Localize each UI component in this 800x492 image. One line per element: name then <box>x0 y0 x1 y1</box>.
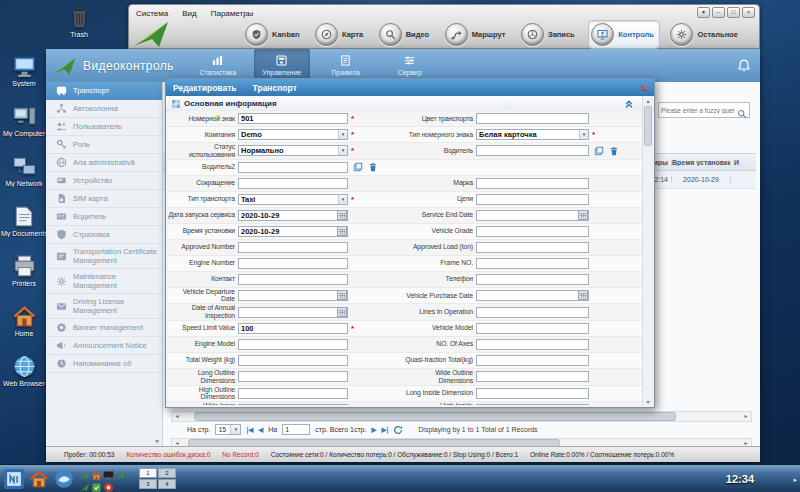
nav-route[interactable]: Маршрут <box>443 21 511 48</box>
sidebar-item-device[interactable]: Устройство <box>46 172 162 190</box>
first-page-icon[interactable]: |◀ <box>246 426 253 434</box>
field-input-text[interactable] <box>476 258 589 269</box>
field-input-select[interactable]: Taxi▼ <box>238 194 348 205</box>
next-page-icon[interactable]: ▶ <box>371 426 376 434</box>
field-input-text[interactable] <box>238 274 348 285</box>
field-input-text[interactable] <box>238 388 348 399</box>
nav-kanban[interactable]: Kanban <box>243 21 305 48</box>
scrollbar-thumb[interactable] <box>194 412 676 421</box>
nav-control[interactable]: Контроль <box>588 20 660 49</box>
field-input-text[interactable] <box>476 113 589 124</box>
section-header[interactable]: Основная информация <box>166 96 654 112</box>
chevron-down-icon[interactable]: ▼ <box>230 425 240 434</box>
sidebar-item-transport[interactable]: Транспорт <box>46 82 162 100</box>
desktop-icon-my-computer[interactable]: My Computer <box>1 104 47 137</box>
sidebar-item-transport-certificate[interactable]: Transportation Certificate Management <box>46 244 162 269</box>
chevron-down-icon[interactable]: ▼ <box>338 146 347 155</box>
sidebar-item-driver[interactable]: Водитель <box>46 208 162 226</box>
bell-icon[interactable] <box>737 59 751 73</box>
window-close-button[interactable]: × <box>742 7 755 18</box>
workspace-3[interactable]: 3 <box>139 479 157 489</box>
sidebar-item-insurance[interactable]: Страховка <box>46 226 162 244</box>
desktop-icon-my-documents[interactable]: My Documents <box>1 204 47 237</box>
sidebar-scroll-down-icon[interactable]: ▾ <box>155 437 159 446</box>
workspace-4[interactable]: 4 <box>158 479 176 489</box>
menu-system[interactable]: Система <box>136 9 168 18</box>
field-input-text[interactable] <box>238 355 348 366</box>
home-small-icon[interactable] <box>91 467 102 478</box>
last-page-icon[interactable]: ▶| <box>381 426 388 434</box>
fuzzy-search-box[interactable] <box>658 102 750 118</box>
field-input-date[interactable]: 2020-10-29 <box>238 226 348 237</box>
calendar-icon[interactable] <box>578 290 588 300</box>
close-icon[interactable]: × <box>641 83 647 93</box>
delete-icon[interactable] <box>368 162 378 172</box>
arrow-mini-icon[interactable] <box>115 467 126 478</box>
field-input-text[interactable] <box>476 226 589 237</box>
nav-video[interactable]: Видео <box>377 21 435 48</box>
sidebar-item-admin-area[interactable]: Aria administrativă <box>46 154 162 172</box>
field-input-text[interactable]: 100 <box>238 323 348 334</box>
taskbar-expand-icon[interactable]: ▸ <box>793 476 797 484</box>
taskbar-home-icon[interactable] <box>29 469 49 489</box>
field-input-date[interactable] <box>238 290 348 301</box>
scroll-right-icon[interactable]: ▸ <box>741 412 751 421</box>
field-input-text[interactable] <box>238 178 348 189</box>
field-input-text[interactable] <box>238 242 348 253</box>
refresh-icon[interactable] <box>393 425 403 435</box>
nav-map[interactable]: Карта <box>313 21 368 48</box>
field-input-text[interactable] <box>476 145 589 156</box>
field-input-date[interactable]: 2020-10-29 <box>238 210 348 221</box>
workspace-1[interactable]: 1 <box>139 468 157 478</box>
field-input-text[interactable] <box>476 339 589 350</box>
calendar-icon[interactable] <box>337 307 347 317</box>
collapse-icon[interactable] <box>624 99 634 109</box>
field-input-select[interactable]: Белая карточка▼ <box>476 129 589 140</box>
calendar-icon[interactable] <box>578 210 588 220</box>
page-size-select[interactable]: 15 ▼ <box>215 424 241 435</box>
field-input-date[interactable] <box>238 307 348 318</box>
desktop-icon-printers[interactable]: Printers <box>1 254 47 287</box>
field-input-text[interactable] <box>238 339 348 350</box>
field-input-text[interactable] <box>476 371 589 382</box>
sidebar-item-maintenance[interactable]: Maintenance Management <box>46 269 162 294</box>
delete-icon[interactable] <box>609 146 619 156</box>
search-icon[interactable] <box>737 105 747 115</box>
field-input-select[interactable]: Нормально▼ <box>238 145 348 156</box>
box-green-icon[interactable] <box>91 479 102 490</box>
field-input-text[interactable] <box>238 371 348 382</box>
taskbar-launcher-icon[interactable] <box>4 469 24 489</box>
record-red-icon[interactable] <box>103 479 114 490</box>
calendar-icon[interactable] <box>337 290 347 300</box>
sidebar-item-role[interactable]: Роль <box>46 136 162 154</box>
field-input-text[interactable] <box>476 194 589 205</box>
window-menu-button[interactable]: ▾ <box>697 7 710 18</box>
sidebar-item-driving-license[interactable]: Driving License Management <box>46 294 162 319</box>
scroll-left-icon[interactable]: ◂ <box>172 439 182 446</box>
field-input-text[interactable] <box>476 355 589 366</box>
sidebar-item-user[interactable]: Пользователь <box>46 118 162 136</box>
sidebar-item-announcement[interactable]: Announcement Notice <box>46 337 162 355</box>
arrow-mini-icon[interactable] <box>79 467 90 478</box>
nav-other[interactable]: Остальное <box>668 21 743 48</box>
scrollbar-thumb[interactable] <box>644 106 652 146</box>
sidebar-item-banner[interactable]: Banner management <box>46 319 162 337</box>
scroll-up-icon[interactable]: ▴ <box>643 97 653 104</box>
scroll-left-icon[interactable]: ◂ <box>172 412 182 421</box>
dialog-titlebar[interactable]: Редактировать Транспорт × <box>166 79 654 96</box>
horizontal-scrollbar[interactable]: ◂ ▸ <box>171 411 752 422</box>
field-input-text[interactable] <box>238 258 348 269</box>
field-input-text[interactable] <box>476 323 589 334</box>
calendar-icon[interactable] <box>337 226 347 236</box>
field-input-text[interactable] <box>238 404 348 405</box>
scroll-down-icon[interactable]: ▾ <box>643 398 653 405</box>
taskbar-app-icon[interactable] <box>54 469 74 489</box>
nav-record[interactable]: Запись <box>519 21 580 48</box>
desktop-icon-web-browser[interactable]: Web Browser <box>1 354 47 387</box>
desktop-icon-system[interactable]: System <box>1 54 47 87</box>
search-input[interactable] <box>659 107 737 114</box>
menu-parameters[interactable]: Параметры <box>211 9 254 18</box>
page-number-input[interactable]: 1 <box>282 424 310 435</box>
prev-page-icon[interactable]: ◀ <box>258 426 263 434</box>
menu-view[interactable]: Вид <box>182 9 196 18</box>
